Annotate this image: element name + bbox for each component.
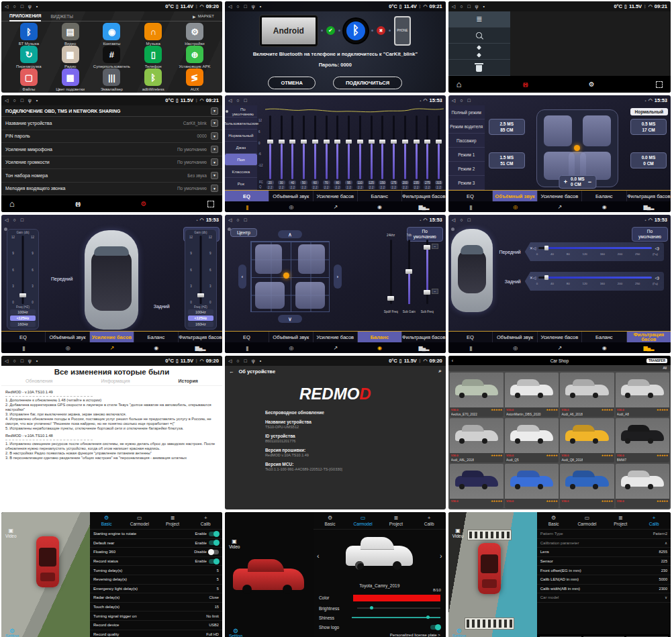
plus-button[interactable]: +: [564, 179, 567, 185]
tab-balance[interactable]: Баланс: [358, 332, 402, 342]
arrow-down-button[interactable]: ∨: [278, 315, 302, 323]
back-icon[interactable]: ‹: [452, 358, 453, 363]
tab-eq[interactable]: EQ: [225, 332, 269, 342]
calib-setting-row[interactable]: Sensor 225: [537, 557, 671, 567]
home-icon[interactable]: ⌂: [9, 199, 15, 209]
home-circle-icon[interactable]: ○: [236, 217, 239, 222]
eq-preset[interactable]: Рок: [225, 178, 257, 190]
arrow-left-button[interactable]: ‹: [238, 264, 246, 289]
app-icon[interactable]: ◉ Контакты: [91, 23, 133, 46]
tab-basic[interactable]: ⚙Basic: [314, 515, 346, 527]
app-icon[interactable]: ᛒ adbWireless: [132, 68, 174, 91]
eq-slider[interactable]: [303, 115, 305, 179]
sub-slider[interactable]: 24khz − − Spdif Freq: [390, 240, 392, 304]
home-icon[interactable]: ⌂: [457, 79, 462, 89]
speaker-icon[interactable]: ◁): [655, 275, 659, 280]
tab-basic[interactable]: ⚙Basic: [90, 515, 123, 527]
eq-icon[interactable]: |||: [225, 204, 269, 210]
slider-handle[interactable]: [387, 296, 394, 301]
setting-button[interactable]: ⚙Setting: [452, 628, 466, 637]
eq-slider[interactable]: [314, 115, 316, 179]
filter-icon[interactable]: ▆▄▂: [401, 345, 446, 351]
tab-project[interactable]: ≣Project: [604, 515, 637, 527]
settings-row[interactable]: PIN пароль 0000 ▼: [1, 130, 222, 144]
app-icon[interactable]: ▢ Файлы: [8, 68, 50, 91]
eq-icon[interactable]: |||: [448, 345, 493, 351]
back-icon[interactable]: ◁: [5, 98, 8, 103]
camera-setting-row[interactable]: Turning delay(s) 5: [90, 566, 222, 575]
camera-setting-row[interactable]: Record device USB2: [90, 621, 222, 630]
antenna-icon[interactable]: ((•)): [523, 82, 528, 87]
camera-setting-row[interactable]: Floating 360 Disable: [90, 548, 222, 557]
recents-icon[interactable]: □: [21, 4, 23, 9]
home-circle-icon[interactable]: ○: [13, 98, 15, 103]
recents-icon[interactable]: □: [244, 358, 247, 363]
tab-project[interactable]: ≣Project: [379, 515, 412, 527]
tab-eq[interactable]: EQ: [448, 191, 493, 201]
calib-setting-row[interactable]: Front offset(EG in mm) 230: [537, 566, 671, 575]
tab-bass-boost[interactable]: Усиление басов: [538, 332, 582, 342]
filter-slider[interactable]: ✕◁ ◁) 04080120160200250(Гц): [525, 272, 664, 291]
tab-eq[interactable]: EQ: [225, 191, 269, 201]
prev-model-button[interactable]: ‹: [317, 552, 320, 560]
front-right-delay[interactable]: 0.5 MS17 CM: [630, 119, 667, 135]
eq-slider[interactable]: [291, 115, 293, 179]
freq-option[interactable]: 160Hz: [10, 322, 36, 327]
about-item[interactable]: Версия MCU: Ts10.1.1-100-991-A4C689-2205…: [265, 462, 446, 471]
eq-slider-handle[interactable]: [436, 140, 442, 144]
settings-row[interactable]: Название устройства CarKit_blink ▼: [1, 117, 222, 130]
delete-button[interactable]: [448, 60, 510, 76]
eq-slider-handle[interactable]: [357, 140, 363, 144]
tab-surround[interactable]: Объёмный звук: [493, 332, 537, 342]
eq-slider[interactable]: [326, 115, 328, 179]
app-icon[interactable]: ≶ AUX: [174, 68, 215, 91]
eq-preset[interactable]: Нормальный: [225, 130, 257, 142]
car-card[interactable]: V30.0 ★★★★★ Aeolus_E70_2022: [450, 373, 503, 417]
bass-icon[interactable]: ↗: [537, 345, 581, 351]
eq-preset[interactable]: Пользовательские: [225, 117, 257, 130]
home-circle-icon[interactable]: ○: [236, 4, 239, 9]
car-3d-model[interactable]: [233, 569, 304, 590]
recents-icon[interactable]: □: [244, 98, 247, 103]
rear-left-delay[interactable]: 1.5 MS51 CM: [489, 152, 525, 168]
recents-icon[interactable]: □: [21, 358, 23, 363]
app-icon[interactable]: ▤ Видео: [50, 23, 91, 46]
balance-seat-grid[interactable]: [250, 241, 330, 312]
changelog-tab[interactable]: Информация: [101, 379, 130, 383]
filter-handle[interactable]: [544, 275, 548, 280]
tab-bass-boost[interactable]: Усиление басов: [538, 191, 582, 201]
tab-filter[interactable]: Фильтрация басов: [402, 332, 446, 342]
tab-balance[interactable]: Баланс: [358, 191, 402, 201]
back-icon[interactable]: ◁: [5, 4, 8, 9]
eq-slider-handle[interactable]: [324, 140, 330, 144]
app-icon[interactable]: # Суперпользователь: [91, 46, 133, 68]
tab-eq[interactable]: EQ: [448, 332, 493, 342]
tab-balance[interactable]: Баланс: [582, 191, 626, 201]
home-circle-icon[interactable]: ○: [236, 98, 239, 103]
sub-slider[interactable]: 7db − − Sub Gain: [408, 240, 410, 304]
brightness-handle[interactable]: [370, 606, 373, 609]
surround-mode[interactable]: Режим 3: [448, 176, 485, 190]
calib-setting-row[interactable]: Car model ∨: [537, 593, 671, 603]
freq-option[interactable]: 160Hz: [188, 322, 213, 327]
surround-mode[interactable]: Полный режим: [448, 105, 485, 119]
tab-filter[interactable]: Фильтрация басов: [179, 332, 222, 342]
camera-setting-row[interactable]: Default rear Enable: [90, 539, 222, 548]
filter-icon[interactable]: ▆▄▂: [178, 345, 222, 351]
calib-setting-row[interactable]: Lens 8255: [537, 548, 671, 557]
tab-filter[interactable]: Фильтрация басов: [627, 191, 671, 201]
tab-bass-boost[interactable]: Усиление басов: [314, 191, 358, 201]
eq-icon[interactable]: |||: [448, 204, 493, 210]
setting-button[interactable]: ⚙Setting: [229, 628, 242, 637]
slider-handle[interactable]: [424, 245, 430, 250]
shiness-handle[interactable]: [426, 616, 430, 619]
eq-slider[interactable]: [393, 115, 395, 179]
balance-icon[interactable]: ◉: [357, 345, 401, 351]
freq-option[interactable]: 100Hz: [10, 309, 36, 315]
market-link[interactable]: ▶ МАРКЕТ: [193, 14, 214, 19]
back-icon[interactable]: ◁: [228, 358, 232, 364]
app-icon[interactable]: ||| Эквалайзер: [91, 68, 133, 91]
eq-slider[interactable]: [426, 115, 428, 179]
calib-setting-row[interactable]: Calibration parameter ∧: [537, 539, 671, 548]
tab-carmodel[interactable]: ▭Carmodel: [123, 515, 156, 527]
